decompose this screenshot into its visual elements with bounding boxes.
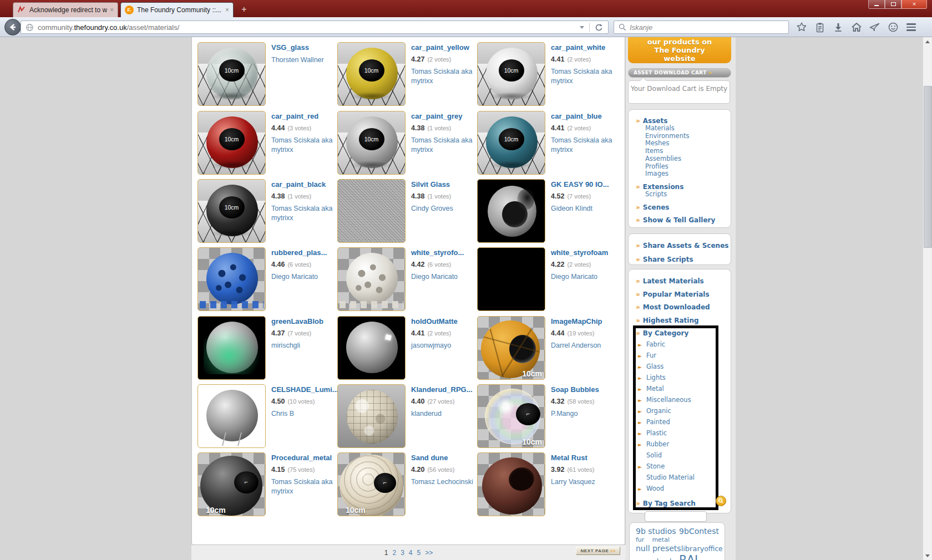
- material-author-link[interactable]: jasonwjmayo: [411, 341, 473, 350]
- material-author-link[interactable]: mirischgli: [271, 341, 333, 350]
- sidebar-link[interactable]: Items: [636, 147, 727, 155]
- category-link[interactable]: ►Stone: [636, 461, 727, 472]
- sidebar-link[interactable]: Environments: [636, 133, 727, 140]
- category-link[interactable]: ►Studio Material: [636, 472, 727, 483]
- tag-link[interactable]: office: [704, 545, 722, 553]
- next-page-button[interactable]: NEXT PAGE>>: [576, 547, 620, 555]
- material-author-link[interactable]: Tomas Sciskala aka mytrixx: [551, 67, 613, 85]
- material-author-link[interactable]: klanderud: [411, 409, 473, 419]
- category-link[interactable]: ►Fabric: [636, 339, 727, 350]
- material-author-link[interactable]: Darrel Anderson: [551, 341, 613, 350]
- category-link[interactable]: ►Fur: [636, 350, 727, 362]
- material-title-link[interactable]: VSG_glass: [271, 43, 333, 52]
- material-author-link[interactable]: Tomas Sciskala aka mytrixx: [271, 136, 333, 154]
- material-thumbnail[interactable]: [477, 179, 545, 243]
- material-thumbnail[interactable]: 10cm: [197, 179, 266, 243]
- category-link[interactable]: ►Plastic: [636, 428, 727, 439]
- material-author-link[interactable]: Diego Maricato: [271, 272, 333, 282]
- material-title-link[interactable]: car_paint_black: [271, 180, 333, 189]
- tab-close-icon[interactable]: ×: [110, 7, 114, 13]
- scroll-up-icon[interactable]: [923, 37, 932, 46]
- sidebar-link[interactable]: »Assets: [636, 117, 727, 125]
- page-number[interactable]: 3: [401, 549, 404, 557]
- material-author-link[interactable]: Gideon Klindt: [551, 204, 613, 213]
- material-title-link[interactable]: ImageMapChip: [551, 317, 613, 325]
- material-title-link[interactable]: white_styrofoam: [551, 248, 613, 257]
- material-thumbnail[interactable]: [337, 384, 406, 448]
- material-title-link[interactable]: Klanderud_RPG...: [411, 385, 473, 394]
- sidebar-link[interactable]: Profiles: [636, 163, 727, 171]
- sidebar-link[interactable]: »Scenes: [636, 203, 727, 211]
- bookmarks-clipboard-icon[interactable]: [811, 19, 829, 35]
- by-category-header[interactable]: »By Category: [636, 329, 727, 337]
- tab-foundry-community[interactable]: F. The Foundry Community ::... ×: [120, 2, 234, 17]
- material-title-link[interactable]: rubbered_plas...: [271, 248, 333, 257]
- material-author-link[interactable]: Diego Maricato: [551, 272, 613, 282]
- category-link[interactable]: ►Metal: [636, 384, 727, 395]
- reload-icon[interactable]: [590, 23, 608, 32]
- tag-search-go-button[interactable]: [716, 496, 726, 506]
- material-author-link[interactable]: Tomas Sciskala aka mytrixx: [271, 204, 333, 222]
- category-link[interactable]: ►Glass: [636, 362, 727, 373]
- material-thumbnail[interactable]: [197, 247, 266, 311]
- page-number[interactable]: 4: [409, 549, 413, 557]
- minimize-button[interactable]: [868, 0, 885, 9]
- material-thumbnail[interactable]: [337, 316, 406, 380]
- foundry-promo-banner[interactable]: our products on The Foundry website: [628, 37, 731, 63]
- material-title-link[interactable]: Metal Rust: [551, 454, 613, 462]
- material-thumbnail[interactable]: [337, 247, 406, 311]
- material-title-link[interactable]: car_paint_white: [551, 43, 613, 52]
- sidebar-link[interactable]: »Most Downloaded: [636, 303, 727, 311]
- browser-search-field[interactable]: [614, 21, 789, 34]
- material-author-link[interactable]: Tomasz Lechocinski: [411, 477, 473, 487]
- tag-link[interactable]: 9bContest: [679, 527, 719, 536]
- material-thumbnail[interactable]: 10cm: [477, 384, 545, 448]
- url-bar[interactable]: community.thefoundry.co.uk/asset/materia…: [21, 21, 609, 34]
- material-thumbnail[interactable]: [197, 316, 266, 380]
- material-thumbnail[interactable]: 10cm: [477, 111, 545, 175]
- tag-link[interactable]: procedural: [636, 558, 671, 560]
- sidebar-link[interactable]: »Extensions: [636, 183, 727, 191]
- tab-close-icon[interactable]: ×: [225, 7, 229, 13]
- material-title-link[interactable]: holdOutMatte: [411, 317, 473, 325]
- material-title-link[interactable]: GK EASY 90 IO...: [551, 180, 613, 189]
- material-title-link[interactable]: car_paint_yellow: [411, 43, 473, 52]
- sidebar-link[interactable]: »Share Assets & Scenes: [636, 242, 727, 250]
- close-button[interactable]: ×: [901, 0, 927, 9]
- material-thumbnail[interactable]: [337, 179, 406, 243]
- sidebar-link[interactable]: »Latest Materials: [636, 277, 727, 285]
- url-dropdown-icon[interactable]: [575, 26, 589, 29]
- material-thumbnail[interactable]: 10cm: [337, 42, 406, 106]
- material-author-link[interactable]: Tomas Sciskala aka mytrixx: [411, 136, 473, 154]
- material-thumbnail[interactable]: [477, 247, 545, 311]
- material-title-link[interactable]: Soap Bubbles: [551, 385, 613, 394]
- by-tag-search-header[interactable]: »By Tag Search: [636, 500, 727, 507]
- material-thumbnail[interactable]: 10cm: [337, 452, 406, 516]
- share-plane-icon[interactable]: [865, 19, 884, 35]
- sidebar-link[interactable]: Scripts: [636, 191, 727, 198]
- downloads-icon[interactable]: [829, 19, 847, 35]
- category-link[interactable]: ►Wood: [636, 483, 727, 495]
- search-input[interactable]: [630, 23, 779, 32]
- material-title-link[interactable]: white_styrofo...: [411, 248, 473, 257]
- material-author-link[interactable]: Larry Vasquez: [551, 477, 613, 487]
- category-link[interactable]: ►Painted: [636, 417, 727, 428]
- category-link[interactable]: ►Organic: [636, 406, 727, 417]
- sidebar-link[interactable]: »Popular Materials: [636, 291, 727, 298]
- page-scrollbar[interactable]: [923, 37, 932, 560]
- material-title-link[interactable]: CELSHADE_Lumi...: [271, 385, 333, 394]
- tag-link[interactable]: RAL: [679, 553, 701, 560]
- category-link[interactable]: ►Solid: [636, 450, 727, 461]
- tag-link[interactable]: metal: [652, 536, 670, 543]
- back-button[interactable]: [4, 19, 21, 35]
- material-author-link[interactable]: Tomas Sciskala aka mytrixx: [551, 136, 613, 154]
- new-tab-button[interactable]: +: [236, 4, 252, 16]
- sidebar-link[interactable]: Assemblies: [636, 155, 727, 163]
- material-title-link[interactable]: Procedural_metal: [271, 454, 333, 462]
- tab-acknowledge-redirect[interactable]: Acknowledge redirect to w... ×: [13, 2, 118, 17]
- material-thumbnail[interactable]: 10cm: [337, 111, 406, 175]
- material-thumbnail[interactable]: 10cm: [477, 316, 545, 380]
- category-link[interactable]: ►Lights: [636, 373, 727, 384]
- page-number[interactable]: 5: [417, 549, 421, 557]
- tag-link[interactable]: fur: [636, 536, 644, 543]
